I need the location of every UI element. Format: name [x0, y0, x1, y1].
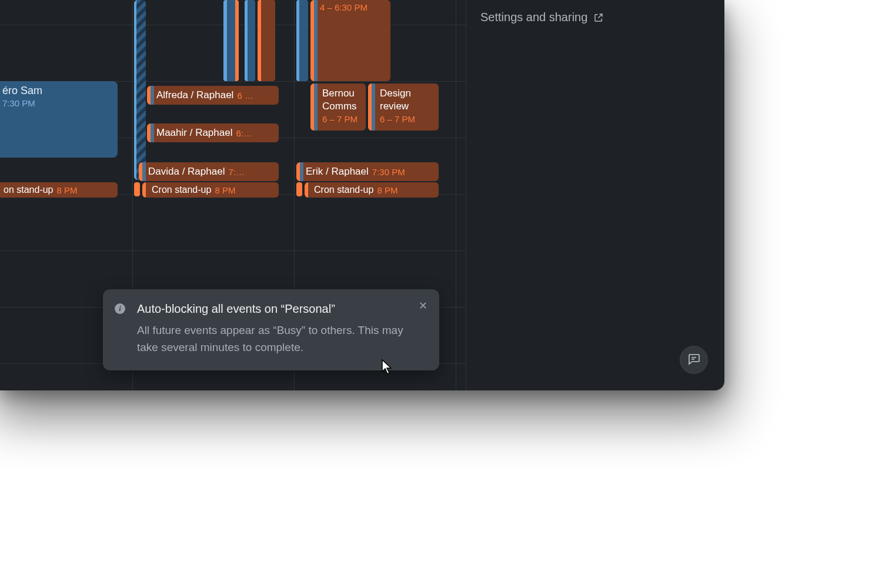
event-ero-sam[interactable]: éro Sam 7:30 PM — [0, 81, 118, 158]
event-davida[interactable]: Davida / Raphael 7:… — [139, 162, 279, 181]
event-time: 7:30 PM — [2, 98, 111, 108]
grid-line — [0, 250, 466, 251]
event-sliver-orange[interactable] — [296, 182, 302, 196]
event-erik[interactable]: Erik / Raphael 7:30 PM — [296, 162, 439, 181]
event-sliver-blue[interactable] — [296, 0, 308, 81]
event-title: on stand-up — [4, 185, 54, 195]
toast-notification: i ✕ Auto-blocking all events on “Persona… — [103, 289, 439, 370]
event-title: Bernou Comms — [322, 87, 361, 113]
chat-icon — [687, 352, 701, 368]
event-title: Erik / Raphael — [306, 166, 369, 178]
external-link-icon — [593, 12, 604, 23]
event-time: 6 – 7 PM — [380, 114, 434, 124]
event-tall-orange[interactable]: 4 – 6:30 PM — [310, 0, 390, 81]
settings-and-sharing-link[interactable]: Settings and sharing — [480, 11, 604, 24]
chat-button[interactable] — [680, 346, 708, 374]
event-cron-right[interactable]: Cron stand-up 8 PM — [305, 182, 439, 198]
event-secondary-accent — [300, 162, 303, 181]
event-title: éro Sam — [2, 85, 42, 96]
event-accent — [142, 182, 146, 198]
event-secondary-accent — [314, 0, 318, 81]
event-secondary-accent — [372, 83, 375, 131]
right-sidebar: Settings and sharing — [466, 0, 724, 390]
event-title: Cron stand-up — [152, 185, 211, 195]
busy-block-striped[interactable] — [134, 0, 146, 180]
event-title: Davida / Raphael — [148, 166, 225, 178]
event-time: 8 PM — [215, 185, 235, 195]
settings-label: Settings and sharing — [480, 11, 587, 24]
event-sliver[interactable] — [245, 0, 255, 81]
toast-body: All future events appear as “Busy” to ot… — [137, 322, 411, 356]
event-bernou[interactable]: Bernou Comms 6 – 7 PM — [310, 83, 366, 131]
event-title: Maahir / Raphael — [156, 127, 232, 139]
event-time: 8 PM — [57, 185, 78, 195]
event-time: 4 – 6:30 PM — [319, 0, 386, 15]
event-secondary-accent — [151, 123, 154, 142]
event-sliver-orange[interactable] — [258, 0, 275, 81]
event-maahir[interactable]: Maahir / Raphael 6:… — [147, 123, 279, 142]
event-time: 8 PM — [377, 185, 397, 195]
event-title: Alfreda / Raphael — [156, 89, 233, 101]
app-window: éro Sam 7:30 PM on stand-up 8 PM Alfreda… — [0, 0, 724, 390]
event-time: 6:… — [236, 128, 252, 138]
event-time: 6 … — [237, 91, 253, 101]
grid-line — [456, 0, 456, 390]
event-title: Design review — [380, 87, 434, 113]
event-time: 7:… — [228, 167, 245, 177]
toast-title: Auto-blocking all events on “Personal” — [137, 302, 411, 316]
event-standup-left[interactable]: on stand-up 8 PM — [0, 182, 118, 198]
event-title: Cron stand-up — [314, 185, 373, 195]
event-sliver-orange[interactable] — [134, 182, 140, 196]
event-secondary-accent — [142, 162, 146, 181]
close-icon[interactable]: ✕ — [417, 300, 429, 312]
event-cron-mid[interactable]: Cron stand-up 8 PM — [142, 182, 279, 198]
event-time: 7:30 PM — [372, 167, 405, 177]
event-secondary-accent — [151, 86, 154, 105]
event-design-review[interactable]: Design review 6 – 7 PM — [368, 83, 439, 131]
event-alfreda[interactable]: Alfreda / Raphael 6 … — [147, 86, 279, 105]
info-icon: i — [115, 303, 125, 314]
event-sliver[interactable] — [223, 0, 239, 81]
event-time: 6 – 7 PM — [322, 114, 361, 124]
event-secondary-accent — [314, 83, 318, 131]
event-accent — [305, 182, 308, 198]
